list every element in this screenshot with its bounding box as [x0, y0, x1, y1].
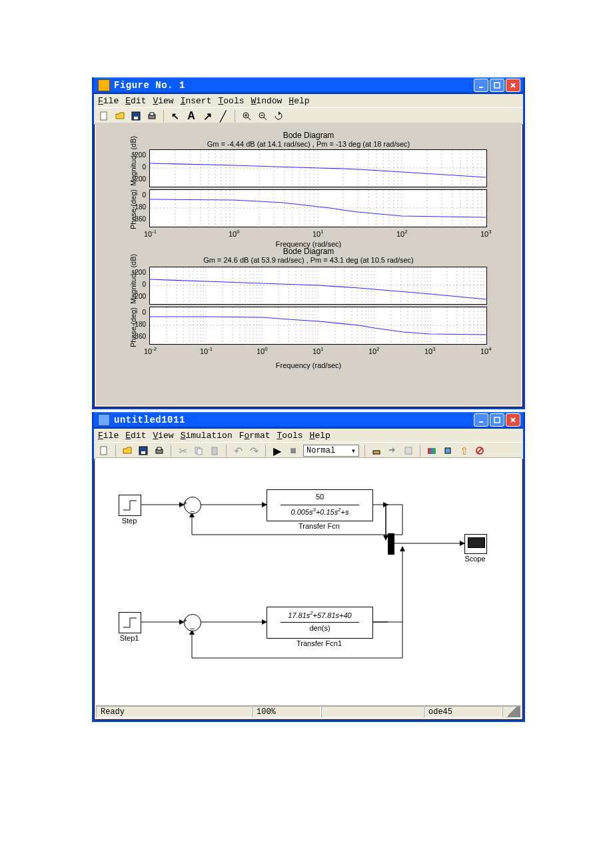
print-icon[interactable]	[146, 110, 158, 122]
sum1-block[interactable]: + −	[184, 614, 201, 631]
step-block[interactable]	[119, 495, 141, 516]
menu-tools[interactable]: Tools	[277, 431, 303, 441]
figure-title: Figure No. 1	[114, 80, 185, 91]
sum-block[interactable]: + −	[184, 497, 201, 514]
maximize-button[interactable]	[490, 413, 504, 427]
scope-block[interactable]	[464, 534, 487, 554]
step1-label: Step1	[113, 634, 145, 642]
resize-grip[interactable]	[502, 706, 521, 718]
stop-icon[interactable]: ■	[287, 445, 299, 457]
paste-icon[interactable]	[209, 445, 221, 457]
svg-line-215	[477, 448, 482, 453]
save-icon[interactable]	[137, 445, 149, 457]
menu-tools[interactable]: Tools	[218, 96, 244, 106]
bode2-subtitle: Gm = 24.6 dB (at 53.9 rad/sec) , Pm = 43…	[96, 256, 521, 264]
arrow-icon[interactable]: ↗	[201, 110, 213, 122]
undo-icon[interactable]: ↶	[232, 445, 244, 457]
menu-file[interactable]: File	[98, 431, 119, 441]
bode1-subtitle: Gm = -4.44 dB (at 14.1 rad/sec) , Pm = -…	[96, 140, 521, 148]
bode1-phase-ticks: 0 -180 -360	[131, 189, 146, 225]
new-icon[interactable]	[98, 445, 110, 457]
model-canvas[interactable]: Step + − 50 0.005s3+0.15s2+s Transfer Fc…	[96, 457, 521, 706]
bode1-xtick0: 10-1	[144, 229, 157, 238]
simulation-mode-select[interactable]: Normal▾	[303, 445, 359, 457]
svg-rect-197	[494, 417, 500, 423]
menu-format[interactable]: Format	[239, 431, 271, 441]
library-icon[interactable]	[426, 445, 438, 457]
bode2-xtick0: 10-2	[144, 346, 157, 355]
new-icon[interactable]	[98, 110, 110, 122]
bode1-title: Bode Diagram	[96, 131, 521, 140]
bode1-mag-ticks: 200 0 -200	[133, 149, 146, 185]
svg-rect-8	[150, 113, 154, 115]
model-explorer-icon[interactable]	[474, 445, 486, 457]
bode2-phase-axes[interactable]	[149, 307, 487, 345]
menu-edit[interactable]: Edit	[125, 96, 146, 106]
svg-rect-206	[197, 449, 202, 455]
figure-window: Figure No. 1 File Edit View Insert Tools…	[92, 77, 525, 409]
tf-numerator: 50	[267, 493, 372, 501]
copy-icon[interactable]	[193, 445, 205, 457]
menu-help[interactable]: Help	[310, 431, 330, 441]
open-icon[interactable]	[121, 445, 133, 457]
zoom-in-icon[interactable]	[241, 110, 253, 122]
zoom-out-icon[interactable]	[257, 110, 269, 122]
menu-file[interactable]: File	[98, 96, 119, 106]
menu-window[interactable]: Window	[251, 96, 283, 106]
build-icon[interactable]	[370, 445, 382, 457]
bode2-xtick5: 103	[424, 346, 436, 355]
debugger-icon[interactable]	[442, 445, 454, 457]
bode1-xtick1: 100	[229, 229, 240, 238]
bode2-mag-ticks: 200 0 -200	[133, 267, 146, 303]
svg-rect-213	[445, 448, 450, 453]
start-icon[interactable]: ▶	[271, 445, 283, 457]
menu-view[interactable]: View	[153, 431, 173, 441]
menu-edit[interactable]: Edit	[125, 431, 146, 441]
bode2-xtick3: 101	[312, 346, 324, 355]
transfer-fcn-block[interactable]: 50 0.005s3+0.15s2+s	[267, 489, 373, 521]
text-icon[interactable]: A	[185, 110, 197, 122]
mux-block[interactable]	[388, 533, 394, 555]
menu-help[interactable]: Help	[289, 96, 309, 106]
compile-icon[interactable]	[402, 445, 414, 457]
maximize-button[interactable]	[490, 79, 504, 92]
svg-line-10	[248, 117, 251, 120]
bode1-xtick2: 101	[312, 229, 324, 238]
menu-simulation[interactable]: Simulation	[181, 431, 233, 441]
open-icon[interactable]	[114, 110, 126, 122]
close-button[interactable]	[506, 413, 520, 427]
goto-parent-icon[interactable]: ⇧	[458, 445, 470, 457]
rotate-icon[interactable]	[273, 110, 285, 122]
pointer-icon[interactable]: ↖	[169, 110, 181, 122]
transfer-fcn1-block[interactable]: 17.81s2+57.81s+40 den(s)	[267, 607, 373, 639]
line-icon[interactable]: ╱	[217, 110, 229, 122]
status-ready: Ready	[96, 706, 252, 718]
svg-rect-4	[101, 112, 107, 120]
simulink-titlebar[interactable]: untitled1011	[94, 412, 523, 429]
svg-rect-211	[430, 448, 433, 454]
bode1-magnitude-axes[interactable]: placeholder	[149, 149, 487, 187]
tf-label: Transfer Fcn	[267, 522, 372, 530]
menu-view[interactable]: View	[153, 96, 173, 106]
menu-insert[interactable]: Insert	[181, 96, 212, 106]
bode1-phase-axes[interactable]	[149, 189, 487, 227]
simulink-menubar: File Edit View Simulation Format Tools H…	[94, 429, 523, 442]
step-label: Step	[113, 517, 145, 525]
save-icon[interactable]	[130, 110, 142, 122]
update-icon[interactable]	[386, 445, 398, 457]
bode2-magnitude-axes[interactable]	[149, 267, 487, 305]
status-zoom: 100%	[252, 706, 321, 718]
redo-icon[interactable]: ↷	[248, 445, 260, 457]
minimize-button[interactable]	[474, 413, 488, 427]
svg-rect-202	[141, 451, 145, 454]
minimize-button[interactable]	[474, 79, 488, 92]
scope-label: Scope	[459, 555, 491, 563]
print-icon[interactable]	[153, 445, 165, 457]
bode2-xtick2: 100	[257, 346, 268, 355]
close-button[interactable]	[506, 79, 520, 92]
cut-icon[interactable]: ✂	[177, 445, 189, 457]
figure-titlebar[interactable]: Figure No. 1	[94, 77, 523, 94]
bode2-title: Bode Diagram	[96, 247, 521, 256]
step1-block[interactable]	[119, 612, 141, 633]
tf1-denominator: den(s)	[267, 624, 372, 632]
